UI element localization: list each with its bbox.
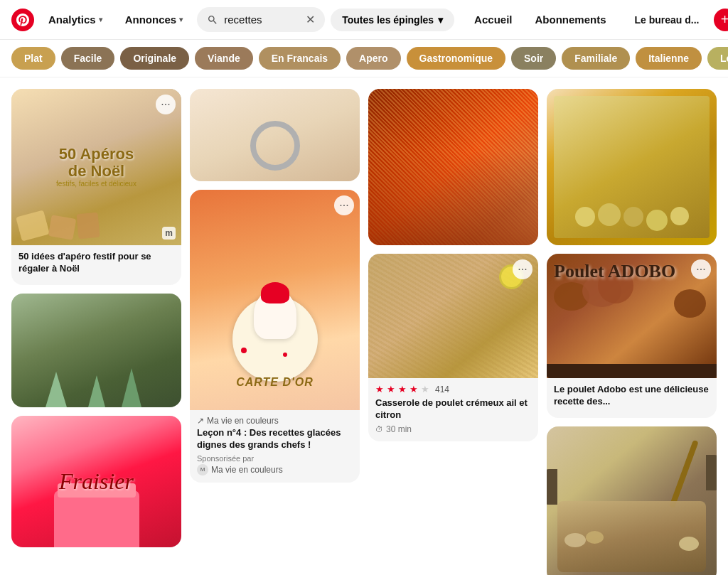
search-input[interactable] [224, 14, 300, 26]
apero-overlay-subtitle: festifs, faciles et délicieux [54, 181, 139, 188]
search-clear-button[interactable]: ✕ [306, 13, 315, 26]
accueil-label: Accueil [474, 14, 512, 26]
abonnements-label: Abonnements [535, 14, 606, 26]
annonces-chevron-icon: ▾ [179, 16, 183, 23]
pin-carte-dor[interactable]: CARTE D'OR ↗ Ma vie en couleurs Leçon n°… [190, 190, 360, 483]
chip-originale[interactable]: Originale [120, 47, 189, 70]
search-bar: ✕ [197, 7, 325, 32]
sponsored-by-name: Ma vie en couleurs [211, 465, 283, 475]
pin-fish-title: Casserole de poulet crémeux ail et citro… [375, 397, 531, 421]
pinterest-logo[interactable] [11, 9, 34, 31]
account-name[interactable]: Le bureau d... [626, 9, 707, 31]
pin-fish[interactable]: ★ ★ ★ ★ ★ 414 Casserole de poulet crémeu… [368, 254, 538, 441]
nav-analytics[interactable]: Analytics ▾ [40, 8, 111, 31]
chip-legere[interactable]: Legere [707, 47, 728, 70]
pin-info: 50 idées d'apéro festif pour se régaler … [11, 245, 181, 285]
chip-en-francais[interactable]: En Francais [259, 47, 341, 70]
main-header: Analytics ▾ Annonces ▾ ✕ Toutes les épin… [0, 0, 728, 40]
pin-fish-more-button[interactable]: ··· [513, 259, 532, 279]
pin-fraisier-bottom-image [190, 89, 360, 181]
nav-accueil[interactable]: Accueil [466, 8, 520, 31]
apero-overlay-title: 50 Apéros de Noël [54, 146, 139, 180]
pin-chicken-adobo[interactable]: Poulet ADOBO Le poulet Adobo est une dél… [547, 254, 717, 418]
pins-grid: 50 Apéros de Noël festifs, faciles et dé… [0, 77, 728, 575]
pin-time-row: ⏱ 30 min [375, 424, 531, 434]
pin-source-row: ↗ Ma vie en couleurs [197, 416, 353, 426]
pin-more-button[interactable]: ··· [156, 95, 176, 114]
sponsored-text: Sponsorisée par [197, 454, 254, 463]
carte-dor-brand: CARTE D'OR [190, 376, 360, 389]
nav-abonnements[interactable]: Abonnements [526, 8, 614, 31]
pin-cauliflower-image [547, 89, 717, 245]
pin-apero-bottom-image [11, 294, 181, 407]
star-2: ★ [387, 384, 395, 394]
add-icon: + [721, 11, 728, 28]
pin-chicken-title: Le poulet Adobo est une délicieuse recet… [554, 384, 710, 408]
pin-chicken-more-button[interactable]: ··· [691, 259, 711, 279]
pin-fraisier[interactable]: Fraisier [11, 416, 181, 547]
pin-dessert-info: ↗ Ma vie en couleurs Leçon n°4 : Des rec… [190, 410, 360, 483]
chip-italienne[interactable]: Italienne [636, 47, 702, 70]
pin-fraisier-bottom[interactable] [190, 89, 360, 181]
chip-gastronomique[interactable]: Gastronomique [407, 47, 505, 70]
pin-rating-row: ★ ★ ★ ★ ★ 414 [375, 384, 531, 394]
pin-apero-noel[interactable]: 50 Apéros de Noël festifs, faciles et dé… [11, 89, 181, 285]
clock-icon: ⏱ [375, 425, 383, 434]
adobo-overlay-text: Poulet ADOBO [554, 261, 710, 282]
source-arrow-icon: ↗ [197, 416, 204, 426]
star-4: ★ [410, 384, 418, 394]
sponsored-label: Sponsorisée par [197, 454, 353, 463]
filter-chevron-icon: ▾ [438, 14, 443, 26]
pin-apero-image: 50 Apéros de Noël festifs, faciles et dé… [11, 89, 181, 245]
fraisier-overlay-text: Fraisier [59, 468, 134, 495]
chip-familiale[interactable]: Familiale [562, 47, 630, 70]
chip-facile[interactable]: Facile [61, 47, 115, 70]
chip-apero[interactable]: Apero [346, 47, 400, 70]
nav-annonces-label: Annonces [125, 14, 177, 26]
pin-time: 30 min [386, 424, 412, 434]
rating-count: 414 [435, 385, 449, 394]
filter-label: Toutes les épingles [342, 14, 434, 26]
pin-mushroom[interactable] [547, 426, 717, 575]
pin-dessert-more-button[interactable]: ··· [334, 195, 354, 215]
chip-viande[interactable]: Viande [195, 47, 253, 70]
pin-dessert-title: Leçon n°4 : Des recettes glacées dignes … [197, 427, 353, 451]
search-icon [207, 14, 218, 26]
pin-tuna-image [368, 89, 538, 245]
add-pin-button[interactable]: + [714, 9, 729, 31]
star-5: ★ [421, 384, 429, 394]
star-3: ★ [398, 384, 407, 394]
nav-annonces[interactable]: Annonces ▾ [117, 8, 192, 31]
pin-dessert-image: CARTE D'OR [190, 190, 360, 410]
analytics-chevron-icon: ▾ [99, 16, 102, 23]
source-badge-m: m [162, 227, 176, 240]
chip-plat[interactable]: Plat [11, 47, 55, 70]
pin-chicken-info: Le poulet Adobo est une délicieuse recet… [547, 378, 717, 418]
pin-source-name: Ma vie en couleurs [207, 416, 279, 426]
star-1: ★ [375, 384, 384, 394]
category-chips-row: PlatFacileOriginaleViandeEn FrancaisAper… [0, 40, 728, 77]
account-label: Le bureau d... [634, 14, 699, 26]
pin-apero-bottom[interactable] [11, 294, 181, 407]
pin-apero-title: 50 idées d'apéro festif pour se régaler … [18, 251, 174, 275]
chip-soir[interactable]: Soir [511, 47, 556, 70]
pin-mushroom-image [547, 426, 717, 575]
sponsored-by-row: M Ma vie en couleurs [197, 464, 353, 475]
pin-tuna[interactable] [368, 89, 538, 245]
pin-fraisier-image: Fraisier [11, 416, 181, 547]
sponsor-logo: M [197, 464, 208, 475]
pin-fish-info: ★ ★ ★ ★ ★ 414 Casserole de poulet crémeu… [368, 378, 538, 441]
filter-dropdown[interactable]: Toutes les épingles ▾ [331, 9, 454, 31]
pin-cauliflower[interactable] [547, 89, 717, 245]
nav-analytics-label: Analytics [48, 14, 96, 26]
